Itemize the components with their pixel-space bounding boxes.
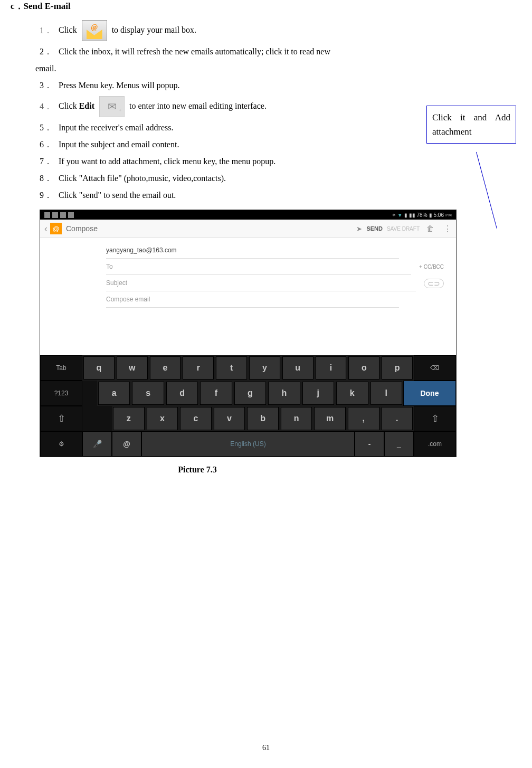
at-key[interactable]: @ <box>112 431 141 457</box>
key-p[interactable]: p <box>382 356 413 380</box>
key-m[interactable]: m <box>314 407 346 430</box>
status-right: ⟡ ▼ ▮ ▮▮ 78% ▮ 5:06 PM <box>392 212 452 218</box>
symbols-key[interactable]: ?123 <box>40 381 82 406</box>
key-z[interactable]: z <box>113 407 145 430</box>
key-w[interactable]: w <box>117 356 148 380</box>
step-8: 8． Click "Attach file" (photo,music, vid… <box>40 172 500 185</box>
send-button[interactable]: SEND <box>366 225 383 232</box>
step-1: 1． Click to display your mail box. <box>40 20 500 41</box>
status-bar: ⟡ ▼ ▮ ▮▮ 78% ▮ 5:06 PM <box>40 210 456 220</box>
save-draft-button[interactable]: SAVE DRAFT <box>387 226 420 232</box>
step-text: Click to display your mail box. <box>52 20 500 41</box>
status-left-icons <box>44 212 74 218</box>
step-num: 6． <box>40 138 52 151</box>
step-num: 8． <box>40 172 52 185</box>
key-l[interactable]: l <box>370 382 402 405</box>
key-g[interactable]: g <box>234 382 266 405</box>
key-v[interactable]: v <box>214 407 245 430</box>
com-key[interactable]: .com <box>414 431 456 457</box>
step-num: 5． <box>40 121 52 134</box>
key-o[interactable]: o <box>348 356 379 380</box>
tab-key[interactable]: Tab <box>40 355 82 381</box>
shift-key-right[interactable]: ⇧ <box>414 406 456 431</box>
key-j[interactable]: j <box>302 382 334 405</box>
step-num: 7． <box>40 155 52 168</box>
step-num: 9． <box>40 189 52 202</box>
step-num: 1． <box>40 24 52 37</box>
bluetooth-icon: ⟡ <box>392 212 396 218</box>
compose-title: Compose <box>66 224 356 233</box>
key-x[interactable]: x <box>147 407 178 430</box>
notif-icon <box>44 212 50 218</box>
globe-key[interactable]: ⚙ <box>40 431 82 457</box>
time-text: 5:06 <box>434 212 444 218</box>
dash-key[interactable]: - <box>355 431 384 457</box>
key-c[interactable]: c <box>180 407 212 430</box>
back-button[interactable]: ‹ <box>44 223 48 234</box>
to-field[interactable]: To <box>106 259 411 275</box>
step-9: 9． Click "send" to send the email out. <box>40 189 500 202</box>
signal-icon: ▮ ▮▮ <box>404 212 415 218</box>
from-field: yangyang_tao@163.com <box>106 242 399 259</box>
key-a[interactable]: a <box>98 382 130 405</box>
key-d[interactable]: d <box>166 382 198 405</box>
key-y[interactable]: y <box>249 356 280 380</box>
cc-bcc-toggle[interactable]: + CC/BCC <box>419 264 444 270</box>
key-s[interactable]: s <box>132 382 164 405</box>
key-f[interactable]: f <box>200 382 232 405</box>
key-e[interactable]: e <box>150 356 181 380</box>
space-key[interactable]: English (US) <box>141 431 355 457</box>
step-2: 2． Click the inbox, it will refresh the … <box>40 45 500 58</box>
backspace-key[interactable]: ⌫ <box>414 355 456 381</box>
step-text: Click "Attach file" (photo,music, video,… <box>52 172 500 185</box>
edit-compose-icon <box>99 96 125 117</box>
step-3: 3． Press Menu key. Menus will popup. <box>40 79 500 92</box>
key-n[interactable]: n <box>281 407 312 430</box>
overflow-menu[interactable]: ⋮ <box>443 224 452 234</box>
key-t[interactable]: t <box>216 356 247 380</box>
done-key[interactable]: Done <box>403 381 456 406</box>
mic-key[interactable]: 🎤 <box>82 431 112 457</box>
email-app-icon <box>50 223 62 234</box>
battery-text: 78% <box>417 212 428 218</box>
mail-app-icon <box>82 20 107 41</box>
notif-icon <box>52 212 58 218</box>
underscore-key[interactable]: _ <box>384 431 414 457</box>
subject-field[interactable]: Subject <box>106 275 416 291</box>
section-title: c．Send E-mail <box>11 0 500 12</box>
callout-annotation: Click it and Add attachment <box>426 106 516 144</box>
key-comma[interactable]: , <box>348 407 379 430</box>
key-q[interactable]: q <box>83 356 115 380</box>
step-text: Click "send" to send the email out. <box>52 189 500 202</box>
wifi-icon: ▼ <box>397 212 403 218</box>
page-number: 61 <box>262 744 270 752</box>
body-field[interactable]: Compose email <box>106 291 399 308</box>
key-period[interactable]: . <box>382 407 413 430</box>
notif-icon <box>60 212 66 218</box>
step-text: Press Menu key. Menus will popup. <box>52 79 500 92</box>
shift-key-left[interactable]: ⇧ <box>40 406 82 431</box>
keyboard: Tab q w e r t y u i o p ⌫ ?123 a s d f g <box>40 355 456 457</box>
step-text: If you want to add attachment, click men… <box>52 155 500 168</box>
key-r[interactable]: r <box>183 356 214 380</box>
step-2-cont: email. <box>29 62 500 75</box>
trash-button[interactable]: 🗑 <box>426 224 434 233</box>
key-u[interactable]: u <box>282 356 314 380</box>
attachment-icon[interactable]: ⊂⊃ <box>424 279 444 288</box>
key-i[interactable]: i <box>316 356 347 380</box>
send-icon[interactable]: ➤ <box>356 225 362 233</box>
step-num: 3． <box>40 79 52 92</box>
battery-icon: ▮ <box>429 212 432 218</box>
step-num: 2． <box>40 45 52 58</box>
compose-header: ‹ Compose ➤ SEND SAVE DRAFT 🗑 ⋮ <box>40 220 456 238</box>
step-num: 4． <box>40 100 52 113</box>
key-k[interactable]: k <box>336 382 368 405</box>
key-h[interactable]: h <box>268 382 300 405</box>
figure-caption: Picture 7.3 <box>11 465 500 475</box>
email-screenshot: ⟡ ▼ ▮ ▮▮ 78% ▮ 5:06 PM ‹ Compose ➤ SEND … <box>40 210 457 457</box>
key-b[interactable]: b <box>247 407 279 430</box>
email-form: yangyang_tao@163.com To + CC/BCC Subject… <box>40 238 456 308</box>
notif-icon <box>68 212 74 218</box>
step-7: 7． If you want to add attachment, click … <box>40 155 500 168</box>
step-text: Click the inbox, it will refresh the new… <box>52 45 500 58</box>
